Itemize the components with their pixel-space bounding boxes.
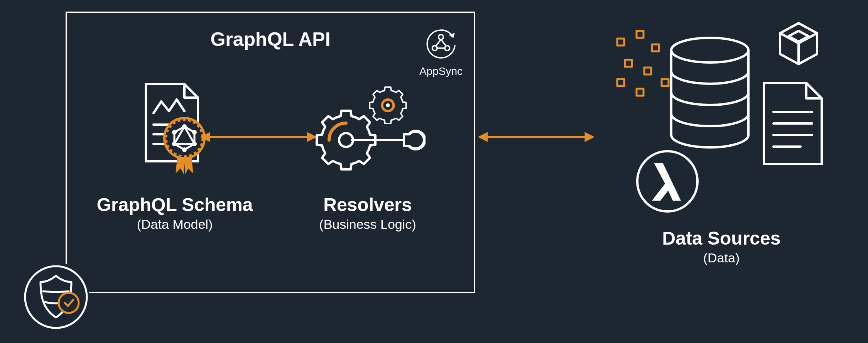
svg-point-40 <box>671 38 748 63</box>
bidirectional-arrow-icon <box>478 131 594 143</box>
svg-point-14 <box>192 130 197 135</box>
resolvers-subtitle: (Business Logic) <box>287 217 449 232</box>
svg-point-18 <box>172 130 177 135</box>
svg-rect-39 <box>662 79 669 86</box>
svg-rect-35 <box>625 60 632 67</box>
schema-title: GraphQL Schema <box>94 194 256 215</box>
svg-line-4 <box>441 39 446 46</box>
svg-rect-38 <box>637 89 643 96</box>
data-sources-subtitle: (Data) <box>602 250 841 265</box>
svg-point-0 <box>439 35 444 40</box>
data-sources-block: Data Sources (Data) <box>602 19 841 265</box>
schema-document-icon <box>134 80 215 181</box>
data-sources-icon-cluster <box>602 19 841 224</box>
svg-point-21 <box>386 103 390 107</box>
svg-point-15 <box>192 142 197 146</box>
svg-rect-34 <box>652 44 659 51</box>
bidirectional-arrow-icon <box>201 131 316 143</box>
svg-point-16 <box>182 147 187 152</box>
svg-rect-32 <box>617 39 624 46</box>
api-title: GraphQL API <box>67 28 474 51</box>
svg-rect-37 <box>617 79 624 86</box>
svg-point-17 <box>172 142 177 146</box>
schema-subtitle: (Data Model) <box>94 217 256 232</box>
svg-point-9 <box>164 118 204 158</box>
svg-marker-25 <box>308 133 315 140</box>
svg-point-19 <box>339 133 353 147</box>
graphql-api-container: GraphQL API AppSync <box>66 12 475 293</box>
svg-point-13 <box>182 124 187 129</box>
svg-marker-27 <box>480 133 487 140</box>
data-sources-title: Data Sources <box>602 228 841 249</box>
resolvers-gears-icon <box>310 80 426 181</box>
resolvers-block: Resolvers (Business Logic) <box>287 74 449 232</box>
svg-line-3 <box>436 39 441 46</box>
appsync-icon <box>424 27 458 61</box>
schema-block: GraphQL Schema (Data Model) <box>94 74 256 232</box>
svg-rect-36 <box>644 68 651 74</box>
resolvers-title: Resolvers <box>287 194 449 215</box>
svg-marker-28 <box>586 133 593 140</box>
svg-rect-33 <box>637 31 643 38</box>
appsync-block: AppSync <box>419 27 463 78</box>
svg-marker-24 <box>202 133 209 140</box>
shield-check-icon <box>23 264 89 330</box>
svg-point-47 <box>59 293 79 313</box>
security-badge <box>23 264 89 330</box>
svg-point-2 <box>445 46 450 51</box>
svg-point-1 <box>432 46 437 51</box>
